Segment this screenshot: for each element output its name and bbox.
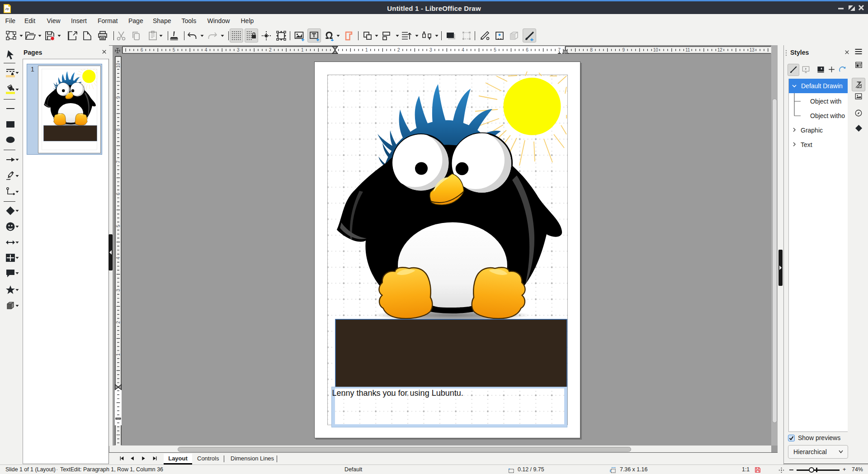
svg-text:12: 12 [717,47,722,52]
svg-text:1: 1 [301,47,304,52]
svg-text:5: 5 [494,47,496,52]
svg-text:1: 1 [116,353,121,356]
svg-text:9: 9 [116,96,121,99]
svg-text:5: 5 [172,47,175,52]
svg-text:4: 4 [204,47,207,52]
svg-text:6: 6 [526,47,528,52]
svg-text:8: 8 [116,128,121,131]
svg-text:3: 3 [116,289,121,292]
svg-text:10: 10 [653,47,658,52]
svg-text:5: 5 [116,224,121,227]
svg-text:3: 3 [236,47,239,52]
svg-text:10: 10 [116,63,121,68]
svg-text:3: 3 [429,47,432,52]
svg-text:2: 2 [116,321,121,324]
svg-text:9: 9 [622,47,625,52]
svg-text:2: 2 [269,47,271,52]
svg-text:4: 4 [116,256,121,259]
svg-text:11: 11 [685,47,690,52]
svg-text:8: 8 [590,47,593,52]
svg-text:7: 7 [116,160,121,163]
svg-text:1: 1 [365,47,368,52]
svg-text:6: 6 [140,47,143,52]
svg-text:2: 2 [397,47,400,52]
svg-text:4: 4 [462,47,464,52]
svg-text:6: 6 [116,192,121,195]
svg-text:13: 13 [749,47,755,52]
